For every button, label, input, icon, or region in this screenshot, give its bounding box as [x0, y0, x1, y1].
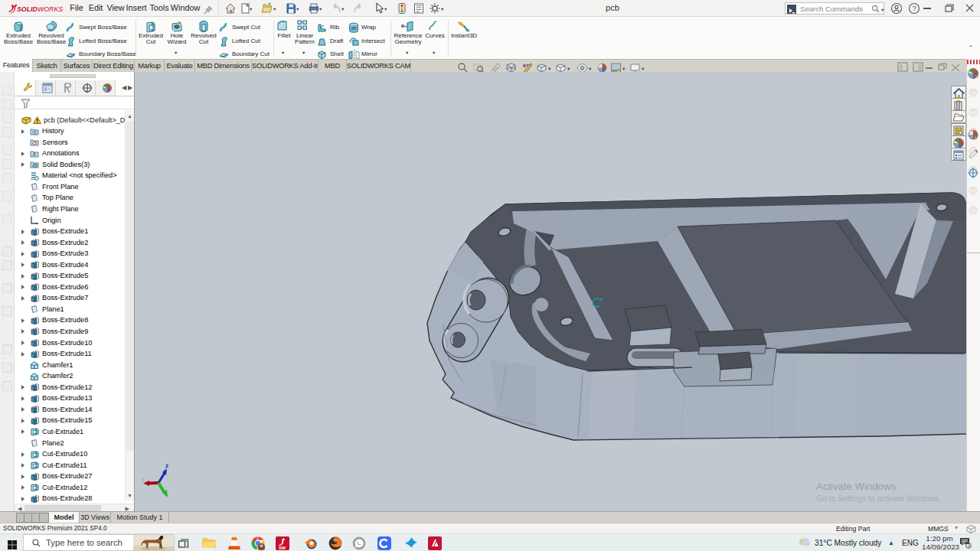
- svg-text:1: 1: [968, 543, 971, 548]
- svg-text:SW: SW: [279, 546, 286, 550]
- svg-text:ab: ab: [351, 25, 357, 31]
- svg-text:z: z: [165, 462, 168, 469]
- svg-text:A: A: [33, 152, 37, 157]
- svg-text:?: ?: [912, 4, 916, 12]
- svg-text:x: x: [142, 476, 145, 483]
